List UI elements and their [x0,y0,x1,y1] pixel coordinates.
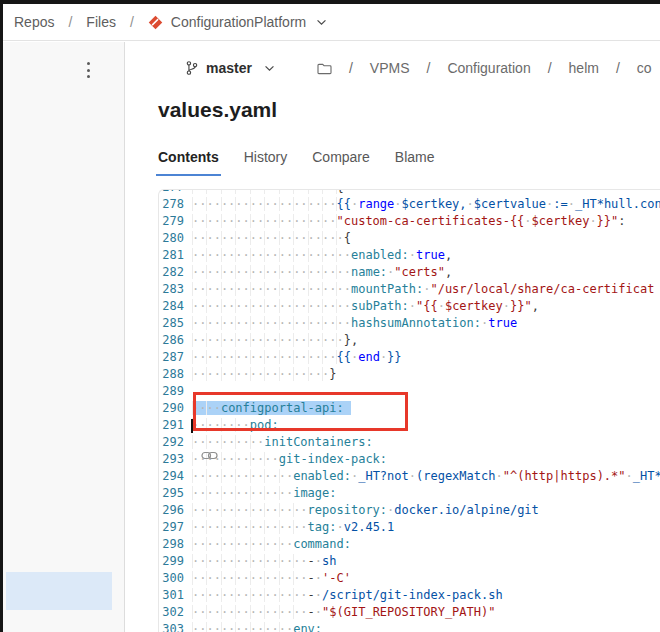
line-number: 283 [159,281,184,298]
line-number: 300 [159,570,184,587]
code-line[interactable]: 277····················{ [159,189,660,196]
code-line[interactable]: 294··············enabled:·_HT?not·(regex… [159,468,660,485]
line-number: 284 [159,298,184,315]
path-separator: / [548,60,552,76]
path-item-vpms[interactable]: VPMS [370,60,410,76]
code-line[interactable]: 281······················enabled:·true, [159,247,660,264]
code-line[interactable]: 298··············command: [159,536,660,553]
code-line[interactable]: 282······················name:·"certs", [159,264,660,281]
window-left-edge [0,0,3,632]
line-number: 301 [159,587,184,604]
code-line[interactable]: 297················tag:·v2.45.1 [159,519,660,536]
leading-whitespace: ······················ [192,299,351,313]
tab-blame[interactable]: Blame [393,146,437,176]
path-item-helm[interactable]: helm [569,60,599,76]
red-annotation-box [193,392,408,431]
line-number: 299 [159,553,184,570]
code-line[interactable]: 293············git-index-pack: [159,451,660,468]
leading-whitespace: ······················ [192,248,351,262]
leading-whitespace: ················ [192,588,308,602]
line-number: 292 [159,434,184,451]
leading-whitespace: ·········· [192,435,264,449]
code-line[interactable]: 285······················hashsumAnnotati… [159,315,660,332]
path-separator: / [427,60,431,76]
code-line[interactable]: 287····················{{·end·}} [159,349,660,366]
leading-whitespace: ·············· [192,469,293,483]
leading-whitespace: ···················· [192,350,337,364]
link-icon[interactable] [201,450,218,461]
path-item-configuration[interactable]: Configuration [447,60,530,76]
leading-whitespace: ·············· [192,486,293,500]
line-number: 287 [159,349,184,366]
path-breadcrumb: / VPMS / Configuration / helm / co [317,60,660,76]
code-line[interactable]: 284······················subPath:·"{{·$c… [159,298,660,315]
line-number: 294 [159,468,184,485]
branch-selector[interactable]: master [185,60,275,76]
tab-compare[interactable]: Compare [310,146,372,176]
line-number: 282 [159,264,184,281]
branch-name: master [206,60,252,76]
file-path-bar: master / VPMS / Configuration / helm / c… [125,56,660,80]
path-item-truncated[interactable]: co [637,60,652,76]
leading-whitespace: ····················· [192,231,344,245]
line-number: 296 [159,502,184,519]
line-number: 298 [159,536,184,553]
line-number: 303 [159,621,184,632]
line-number: 290 [159,400,184,417]
breadcrumb-repos[interactable]: Repos [14,14,54,30]
code-line[interactable]: 299················-·sh [159,553,660,570]
code-line[interactable]: 300················-·'-C' [159,570,660,587]
line-number: 278 [159,196,184,213]
line-number: 295 [159,485,184,502]
leading-whitespace: ···················· [192,189,337,194]
leading-whitespace: ················ [192,605,308,619]
code-line[interactable]: 302················-·"$(GIT_REPOSITORY_P… [159,604,660,621]
code-line[interactable]: 296················repository:·docker.io… [159,502,660,519]
breadcrumb-separator: / [68,14,72,30]
code-line[interactable]: 278····················{{·range·$certkey… [159,196,660,213]
leading-whitespace: ···················· [192,214,337,228]
tab-history[interactable]: History [242,146,290,176]
breadcrumb-separator: / [130,14,134,30]
code-line[interactable]: 283······················mountPath:·"/us… [159,281,660,298]
line-number: 297 [159,519,184,536]
leading-whitespace: ····················· [192,333,344,347]
tree-item-highlight[interactable] [6,572,112,610]
window-top-edge [0,0,660,4]
folder-icon [317,62,332,75]
leading-whitespace: ······················ [192,265,351,279]
code-line[interactable]: 295··············image: [159,485,660,502]
more-actions-button[interactable] [81,59,95,81]
tab-contents[interactable]: Contents [156,146,221,176]
leading-whitespace: ······················ [192,282,351,296]
repository-selector[interactable]: ConfigurationPlatform [148,14,327,30]
code-line[interactable]: 292··········initContainers: [159,434,660,451]
file-tabs: Contents History Compare Blame [156,146,437,176]
line-number: 293 [159,451,184,468]
code-line[interactable]: 286·····················}, [159,332,660,349]
breadcrumb-files[interactable]: Files [86,14,116,30]
code-line[interactable]: 303··············env: [159,621,660,632]
code-line[interactable]: 279····················"custom-ca-certif… [159,213,660,230]
code-line[interactable]: 280·····················{ [159,230,660,247]
leading-whitespace: ···················· [192,197,337,211]
code-line[interactable]: 301················-·/script/git-index-p… [159,587,660,604]
line-number: 281 [159,247,184,264]
leading-whitespace: ················ [192,571,308,585]
leading-whitespace: ··················· [192,367,329,381]
file-tree-sidebar [3,42,125,632]
code-line[interactable]: 288···················} [159,366,660,383]
top-navigation-bar: Repos / Files / ConfigurationPlatform [3,4,660,41]
path-separator: / [616,60,620,76]
leading-whitespace: ················ [192,554,308,568]
git-branch-icon [185,60,199,76]
line-number: 288 [159,366,184,383]
leading-whitespace: ······················ [192,316,351,330]
line-number: 302 [159,604,184,621]
leading-whitespace: ·············· [192,622,293,632]
repository-name: ConfigurationPlatform [171,14,306,30]
line-number: 289 [159,383,184,400]
azure-repos-diamond-icon [148,15,163,30]
line-number: 279 [159,213,184,230]
chevron-down-icon [264,65,275,72]
